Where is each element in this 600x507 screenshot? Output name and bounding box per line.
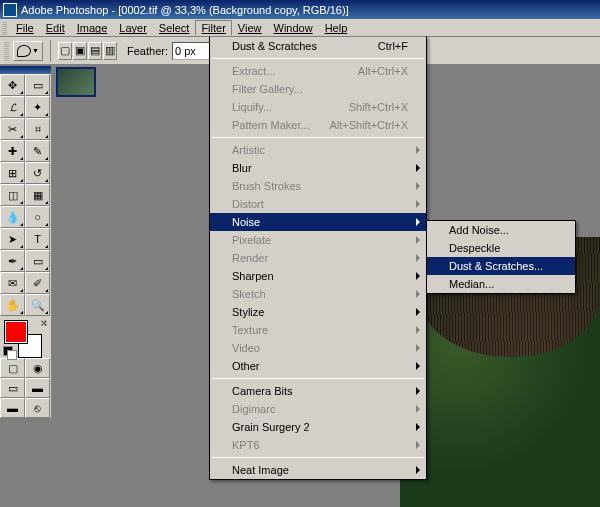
submenu-item-median-[interactable]: Median... [427,275,575,293]
mode-buttons: ▢ ◉ ▭ ▬ ▬ ⎋ [0,358,51,418]
menu-separator [212,457,424,458]
menu-item-label: Render [232,252,268,264]
menu-layer[interactable]: Layer [113,20,153,36]
clone-stamp-tool[interactable]: ⊞ [0,162,25,184]
type-tool[interactable]: T [25,228,50,250]
menu-item-video: Video [210,339,426,357]
menu-item-sharpen[interactable]: Sharpen [210,267,426,285]
marquee-tool[interactable]: ▭ [25,74,50,96]
app-icon [3,3,17,17]
selection-intersect-icon[interactable]: ▥ [103,42,117,60]
zoom-tool[interactable]: 🔍 [25,294,50,316]
menu-item-label: Dust & Scratches... [449,260,543,272]
healing-brush-tool[interactable]: ✚ [0,140,25,162]
window-titlebar: Adobe Photoshop - [0002.tif @ 33,3% (Bac… [0,0,600,19]
menu-item-neat-image[interactable]: Neat Image [210,461,426,479]
selection-new-icon[interactable]: ▢ [58,42,72,60]
menu-item-filter-gallery-: Filter Gallery... [210,80,426,98]
menu-filter[interactable]: Filter [195,20,231,35]
crop-tool[interactable]: ✂ [0,118,25,140]
blur-tool[interactable]: 💧 [0,206,25,228]
optbar-grip[interactable] [4,41,9,61]
menu-item-label: Other [232,360,260,372]
screen-mode-1-icon[interactable]: ▭ [0,378,25,398]
standard-mode-icon[interactable]: ▢ [0,358,25,378]
menu-item-label: KPT6 [232,439,260,451]
menu-help[interactable]: Help [319,20,354,36]
submenu-item-dust-scratches-[interactable]: Dust & Scratches... [427,257,575,275]
menu-item-shortcut: Shift+Ctrl+X [349,101,408,113]
gradient-tool[interactable]: ▦ [25,184,50,206]
menu-item-pixelate: Pixelate [210,231,426,249]
toolbox-titlebar[interactable] [0,66,51,74]
menu-item-label: Texture [232,324,268,336]
eyedropper-tool[interactable]: ✐ [25,272,50,294]
window-title: Adobe Photoshop - [0002.tif @ 33,3% (Bac… [21,4,349,16]
move-tool[interactable]: ✥ [0,74,25,96]
flyout-indicator-icon [45,179,48,182]
document-window[interactable] [54,65,214,105]
menu-item-label: Extract... [232,65,275,77]
history-brush-tool[interactable]: ↺ [25,162,50,184]
menu-item-camera-bits[interactable]: Camera Bits [210,382,426,400]
submenu-arrow-icon [416,236,420,244]
foreground-color-swatch[interactable] [4,320,28,344]
menu-item-sketch: Sketch [210,285,426,303]
flyout-indicator-icon [45,201,48,204]
flyout-indicator-icon [45,267,48,270]
menu-item-brush-strokes: Brush Strokes [210,177,426,195]
menu-item-last-filter[interactable]: Dust & Scratches Ctrl+F [210,37,426,55]
brush-tool[interactable]: ✎ [25,140,50,162]
flyout-indicator-icon [20,267,23,270]
menubar-grip[interactable] [2,21,7,35]
noise-submenu: Add Noise...DespeckleDust & Scratches...… [426,220,576,294]
flyout-indicator-icon [20,245,23,248]
path-selection-tool[interactable]: ➤ [0,228,25,250]
screen-mode-3-icon[interactable]: ▬ [0,398,25,418]
quickmask-mode-icon[interactable]: ◉ [25,358,50,378]
submenu-item-add-noise-[interactable]: Add Noise... [427,221,575,239]
screen-mode-2-icon[interactable]: ▬ [25,378,50,398]
menu-window[interactable]: Window [268,20,319,36]
color-swatches: ⤭ [0,316,51,358]
flyout-indicator-icon [45,135,48,138]
pen-tool[interactable]: ✒ [0,250,25,272]
menu-item-noise[interactable]: Noise [210,213,426,231]
toolbox: ✥▭𝓛✦✂⌗✚✎⊞↺◫▦💧○➤T✒▭✉✐✋🔍 ⤭ ▢ ◉ ▭ ▬ ▬ ⎋ [0,65,52,419]
submenu-item-despeckle[interactable]: Despeckle [427,239,575,257]
hand-tool[interactable]: ✋ [0,294,25,316]
selection-subtract-icon[interactable]: ▤ [88,42,102,60]
notes-tool[interactable]: ✉ [0,272,25,294]
swap-colors-icon[interactable]: ⤭ [40,318,48,328]
magic-wand-tool[interactable]: ✦ [25,96,50,118]
shape-tool[interactable]: ▭ [25,250,50,272]
menu-item-label: Pixelate [232,234,271,246]
eraser-tool[interactable]: ◫ [0,184,25,206]
menu-item-other[interactable]: Other [210,357,426,375]
flyout-indicator-icon [20,179,23,182]
feather-input[interactable] [172,42,212,60]
tool-preset-picker[interactable]: ▼ [13,41,43,61]
slice-tool[interactable]: ⌗ [25,118,50,140]
default-colors-icon[interactable] [3,346,13,356]
menu-file[interactable]: File [10,20,40,36]
menu-view[interactable]: View [232,20,268,36]
jump-to-icon[interactable]: ⎋ [25,398,50,418]
dodge-tool[interactable]: ○ [25,206,50,228]
menu-item-stylize[interactable]: Stylize [210,303,426,321]
submenu-arrow-icon [416,466,420,474]
menu-select[interactable]: Select [153,20,196,36]
menu-item-label: Pattern Maker... [232,119,310,131]
menu-item-shortcut: Ctrl+F [378,40,408,52]
lasso-tool[interactable]: 𝓛 [0,96,25,118]
menu-edit[interactable]: Edit [40,20,71,36]
selection-add-icon[interactable]: ▣ [73,42,87,60]
menu-bar: File Edit Image Layer Select Filter View… [0,19,600,37]
flyout-indicator-icon [20,135,23,138]
flyout-indicator-icon [20,311,23,314]
menu-item-blur[interactable]: Blur [210,159,426,177]
menu-item-grain-surgery-2[interactable]: Grain Surgery 2 [210,418,426,436]
submenu-arrow-icon [416,182,420,190]
submenu-arrow-icon [416,344,420,352]
menu-image[interactable]: Image [71,20,114,36]
